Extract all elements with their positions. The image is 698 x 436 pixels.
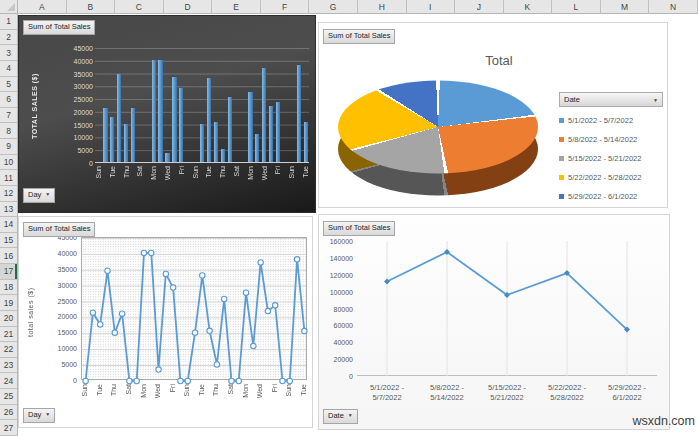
- column-header-L[interactable]: L: [552, 0, 601, 14]
- y-tick-label: 20000: [334, 356, 353, 363]
- line-plot-area[interactable]: [357, 241, 657, 376]
- column-header-N[interactable]: N: [649, 0, 698, 14]
- row-header-21[interactable]: 21: [0, 327, 18, 343]
- row-header-11[interactable]: 11: [0, 170, 18, 186]
- bar-slot: [240, 48, 247, 162]
- column-header-M[interactable]: M: [601, 0, 650, 14]
- bar[interactable]: [262, 68, 266, 162]
- y-axis-tick-labels: 4500040000350003000025000200001500010000…: [57, 48, 93, 163]
- date-legend-field-button[interactable]: Date ▼: [559, 92, 663, 107]
- x-axis-label-text: Tue: [198, 384, 205, 396]
- row-header-25[interactable]: 25: [0, 389, 18, 405]
- row-header-2[interactable]: 2: [0, 30, 18, 46]
- row-header-6[interactable]: 6: [0, 92, 18, 108]
- y-tick-label: 0: [349, 373, 353, 380]
- bar[interactable]: [228, 97, 232, 162]
- legend-item[interactable]: 5/29/2022 - 6/1/2022: [559, 187, 667, 206]
- line-plot-area[interactable]: [81, 237, 307, 380]
- column-header-K[interactable]: K: [504, 0, 553, 14]
- value-field-button[interactable]: Sum of Total Sales: [23, 222, 95, 237]
- row-header-5[interactable]: 5: [0, 77, 18, 93]
- y-tick-label: 0: [73, 377, 77, 384]
- bar[interactable]: [165, 153, 169, 162]
- bar[interactable]: [248, 92, 252, 162]
- day-axis-field-button[interactable]: Day ▼: [23, 408, 55, 423]
- day-axis-field-button[interactable]: Day ▼: [23, 188, 55, 203]
- line-series[interactable]: [82, 238, 308, 381]
- row-header-4[interactable]: 4: [0, 61, 18, 77]
- bar-plot-area[interactable]: [95, 48, 309, 163]
- bar[interactable]: [207, 78, 211, 162]
- legend-item[interactable]: 5/22/2022 - 5/28/2022: [559, 168, 667, 187]
- y-axis-title: TOTAL SALES ($): [31, 46, 38, 166]
- column-header-C[interactable]: C: [115, 0, 164, 14]
- row-header-9[interactable]: 9: [0, 139, 18, 155]
- bar[interactable]: [255, 134, 259, 162]
- row-header-23[interactable]: 23: [0, 358, 18, 374]
- row-header-18[interactable]: 18: [0, 280, 18, 296]
- bar[interactable]: [124, 124, 128, 163]
- bar[interactable]: [200, 124, 204, 163]
- line-series[interactable]: [357, 241, 657, 376]
- pivotchart-daily-bar[interactable]: Sum of Total Sales TOTAL SALES ($) 45000…: [18, 15, 316, 213]
- bar[interactable]: [221, 149, 225, 162]
- row-header-10[interactable]: 10: [0, 155, 18, 171]
- legend-item[interactable]: 5/1/2022 - 5/7/2022: [559, 111, 667, 130]
- row-header-15[interactable]: 15: [0, 233, 18, 249]
- bar[interactable]: [117, 74, 121, 162]
- bar[interactable]: [297, 65, 301, 162]
- bar-slot: [123, 48, 130, 162]
- x-axis-label-text: Tue: [109, 166, 116, 178]
- column-header-H[interactable]: H: [358, 0, 407, 14]
- bar[interactable]: [214, 122, 218, 162]
- pivotchart-weekly-pie[interactable]: Sum of Total Sales Total Date ▼ 5/1/2022…: [318, 22, 668, 208]
- row-header-8[interactable]: 8: [0, 123, 18, 139]
- column-header-D[interactable]: D: [164, 0, 213, 14]
- column-header-G[interactable]: G: [309, 0, 358, 14]
- row-header-13[interactable]: 13: [0, 202, 18, 218]
- row-header-27[interactable]: 27: [0, 420, 18, 436]
- row-header-14[interactable]: 14: [0, 217, 18, 233]
- x-axis-label: Sat: [233, 166, 240, 206]
- column-header-E[interactable]: E: [212, 0, 261, 14]
- row-header-7[interactable]: 7: [0, 108, 18, 124]
- column-header-A[interactable]: A: [18, 0, 67, 14]
- bar[interactable]: [276, 102, 280, 162]
- column-header-I[interactable]: I: [407, 0, 456, 14]
- bar[interactable]: [179, 88, 183, 162]
- x-axis-label-text: Tue: [302, 166, 309, 178]
- bar[interactable]: [103, 108, 107, 162]
- bar[interactable]: [110, 117, 114, 162]
- row-header-1[interactable]: 1: [0, 14, 18, 30]
- row-header-3[interactable]: 3: [0, 45, 18, 61]
- value-field-button[interactable]: Sum of Total Sales: [23, 20, 95, 35]
- pivotchart-weekly-line[interactable]: Sum of Total Sales 160000140000120000100…: [318, 214, 670, 430]
- x-axis-label: Sun: [285, 384, 292, 426]
- bar[interactable]: [269, 106, 273, 162]
- bar[interactable]: [172, 77, 176, 162]
- row-header-12[interactable]: 12: [0, 186, 18, 202]
- row-header-16[interactable]: 16: [0, 248, 18, 264]
- pivotchart-daily-line[interactable]: Sum of Total Sales total sales ($) 45000…: [18, 216, 313, 428]
- value-field-button[interactable]: Sum of Total Sales: [323, 221, 395, 236]
- x-axis-label: 5/1/2022 -5/7/2022: [357, 383, 417, 403]
- bar[interactable]: [131, 108, 135, 162]
- bar[interactable]: [152, 60, 156, 162]
- bar[interactable]: [304, 122, 308, 162]
- column-header-J[interactable]: J: [455, 0, 504, 14]
- row-header-22[interactable]: 22: [0, 342, 18, 358]
- row-header-24[interactable]: 24: [0, 373, 18, 389]
- row-header-17[interactable]: 17: [0, 264, 18, 280]
- column-header-B[interactable]: B: [67, 0, 116, 14]
- date-axis-field-button[interactable]: Date ▼: [323, 409, 358, 424]
- value-field-button[interactable]: Sum of Total Sales: [323, 29, 395, 44]
- row-header-20[interactable]: 20: [0, 311, 18, 327]
- legend-item[interactable]: 5/15/2022 - 5/21/2022: [559, 149, 667, 168]
- row-header-19[interactable]: 19: [0, 295, 18, 311]
- row-header-26[interactable]: 26: [0, 405, 18, 421]
- bar[interactable]: [158, 60, 162, 162]
- pie-top-face[interactable]: [338, 81, 538, 174]
- select-all-corner[interactable]: [0, 0, 18, 14]
- legend-item[interactable]: 5/8/2022 - 5/14/2022: [559, 130, 667, 149]
- column-header-F[interactable]: F: [261, 0, 310, 14]
